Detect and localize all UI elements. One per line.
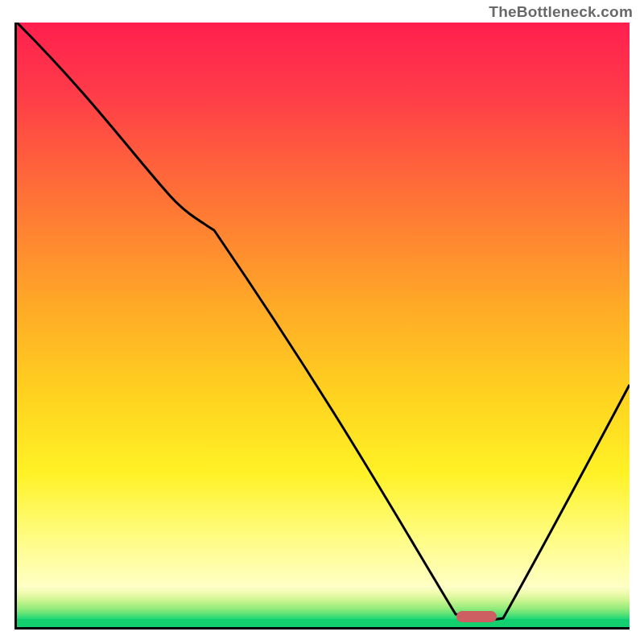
valley-marker <box>456 611 497 622</box>
chart-container: TheBottleneck.com <box>0 0 644 644</box>
plot-svg <box>17 23 630 627</box>
gradient-yellow-green <box>17 586 630 619</box>
plot-area <box>14 23 630 630</box>
gradient-warm <box>17 23 630 586</box>
baseline-green <box>17 619 630 627</box>
attribution-label: TheBottleneck.com <box>489 3 633 21</box>
